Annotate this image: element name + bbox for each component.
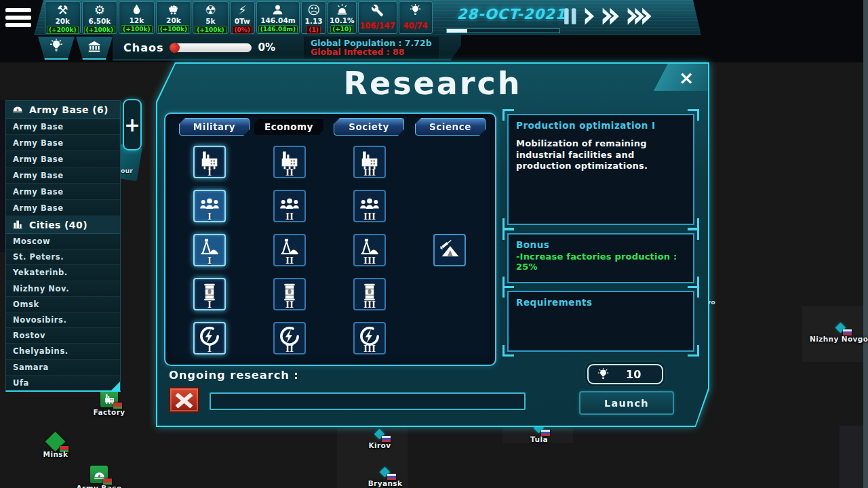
research-tree-panel: MilitaryEconomySocietyScienceIIIIIIIIIII… xyxy=(164,113,496,366)
resource-uranium-value: 5k xyxy=(205,17,215,25)
tools-icon: ⚒ xyxy=(57,3,68,17)
close-icon: × xyxy=(679,68,694,87)
city-icon xyxy=(11,218,24,232)
game-screen: voour FactoryArmy BaseMinskKirovTulaBrya… xyxy=(0,0,868,488)
tab-economy[interactable]: Economy xyxy=(254,118,324,136)
research-node-workers-3[interactable]: III xyxy=(353,190,386,222)
map-marker-label: Minsk xyxy=(43,450,68,458)
tab-society[interactable]: Society xyxy=(334,118,404,136)
research-node-mining-3[interactable]: III xyxy=(353,234,386,266)
resource-water-value: 12k xyxy=(130,16,144,24)
speed-fastest-button[interactable] xyxy=(627,7,653,26)
sidebar-item-moscow[interactable]: Moscow xyxy=(6,234,120,249)
speed-pause-button[interactable] xyxy=(563,7,578,26)
resource-unhappiness-delta: (1) xyxy=(307,26,321,34)
bases-cities-sidebar: Army Base (6)Army BaseArmy BaseArmy Base… xyxy=(5,100,121,392)
research-node-field-hospital[interactable] xyxy=(433,234,466,266)
research-node-level: II xyxy=(275,344,304,354)
dome-icon xyxy=(11,103,24,117)
tab-military[interactable]: Military xyxy=(179,118,250,136)
resource-tools: ⚒20k(+200k) xyxy=(45,1,81,34)
sidebar-group-cities: Cities (40)MoscowSt. Peters.Yekaterinb.N… xyxy=(6,216,120,391)
map-marker-label: Army Base xyxy=(77,484,122,488)
radiation-icon: ☢ xyxy=(205,3,216,17)
research-node-oil-3[interactable]: III xyxy=(353,278,386,310)
sidebar-item-army-base[interactable]: Army Base xyxy=(6,151,120,167)
research-cost-value: 10 xyxy=(626,368,641,381)
research-node-energy-2[interactable]: II xyxy=(273,322,306,354)
status-panel: Chaos 0% Global Population : 7.72b Globa… xyxy=(113,35,461,60)
bonus-title: Bonus xyxy=(516,239,686,250)
day-progress-fill xyxy=(447,29,467,33)
bonus-text: -Increase factories production : 25% xyxy=(516,251,686,272)
tab-science[interactable]: Science xyxy=(415,118,486,136)
menu-button[interactable] xyxy=(5,4,37,31)
resource-population: 146.04m(146.04m) xyxy=(256,1,300,34)
sidebar-item-samara[interactable]: Samara xyxy=(6,360,120,375)
research-node-oil-1[interactable]: I xyxy=(193,278,226,310)
sidebar-item-nizhny-nov-[interactable]: Nizhny Nov. xyxy=(6,281,120,297)
resource-coal: 20k(+100k) xyxy=(156,1,192,34)
sidebar-item-rostov[interactable]: Rostov xyxy=(6,328,120,344)
ongoing-research-bar xyxy=(210,392,526,410)
sidebar-item-omsk[interactable]: Omsk xyxy=(6,297,120,312)
sidebar-item-army-base[interactable]: Army Base xyxy=(6,184,120,200)
resource-unhappiness-value: 1.13 xyxy=(305,17,323,25)
resource-infection: 10.1%(+10) xyxy=(328,1,356,34)
research-node-factory-1[interactable]: I xyxy=(193,146,226,178)
resource-population-delta: (146.04m) xyxy=(258,25,298,33)
sidebar-item-ufa[interactable]: Ufa xyxy=(6,375,120,391)
research-title: Research xyxy=(156,65,709,102)
research-node-level: III xyxy=(355,256,384,266)
research-node-level: I xyxy=(195,300,224,310)
speed-fast-button[interactable] xyxy=(601,7,620,26)
cancel-research-button[interactable] xyxy=(169,387,199,413)
map-marker-label: Tula xyxy=(530,435,548,443)
research-node-workers-1[interactable]: I xyxy=(193,190,226,222)
research-node-factory-3[interactable]: III xyxy=(353,146,386,178)
sidebar-item-yekaterinb-[interactable]: Yekaterinb. xyxy=(6,265,120,281)
research-node-mining-1[interactable]: I xyxy=(193,234,226,266)
resource-uranium-delta: (+100k) xyxy=(195,26,226,34)
add-base-button[interactable]: + xyxy=(123,99,142,150)
gear-icon: ⚙ xyxy=(94,3,105,17)
sidebar-item-novosibirs-[interactable]: Novosibirs. xyxy=(6,312,120,328)
research-requirements-panel: Requirements xyxy=(507,291,694,352)
sidebar-header-cities[interactable]: Cities (40) xyxy=(6,216,120,234)
research-window: Research × MilitaryEconomySocietyScience… xyxy=(156,62,709,427)
capacity-engineers: 106/147 xyxy=(358,1,397,34)
population-icon xyxy=(271,3,284,16)
resource-coal-value: 20k xyxy=(166,16,181,24)
map-marker-label: Factory xyxy=(94,408,125,416)
research-node-factory-2[interactable]: II xyxy=(273,146,306,178)
requirements-title: Requirements xyxy=(516,297,686,308)
sidebar-header-army[interactable]: Army Base (6) xyxy=(6,101,120,119)
sidebar-resize-corner[interactable] xyxy=(111,382,120,390)
alert-icon xyxy=(336,3,349,16)
research-node-workers-2[interactable]: II xyxy=(273,190,306,222)
resource-unhappiness: ☹1.13(1) xyxy=(301,1,326,34)
launch-button[interactable]: Launch xyxy=(579,391,674,415)
sidebar-item-army-base[interactable]: Army Base xyxy=(6,167,120,184)
sidebar-item-chelyabins-[interactable]: Chelyabins. xyxy=(6,344,120,359)
minecart-icon xyxy=(167,3,180,16)
capacity-research: 40/74 xyxy=(399,1,433,34)
research-node-energy-1[interactable]: I xyxy=(193,322,226,354)
research-bonus-panel: Bonus -Increase factories production : 2… xyxy=(507,233,694,283)
sidebar-item-army-base[interactable]: Army Base xyxy=(6,200,120,216)
research-node-level: II xyxy=(275,300,304,310)
global-infected: Global Infected : 88 xyxy=(311,47,432,57)
sidebar-item-st-peters-[interactable]: St. Peters. xyxy=(6,249,120,265)
bank-icon xyxy=(87,39,102,56)
resource-infection-delta: (+10) xyxy=(330,25,353,33)
sidebar-item-army-base[interactable]: Army Base xyxy=(6,135,120,151)
research-node-oil-2[interactable]: II xyxy=(273,278,306,310)
sidebar-item-army-base[interactable]: Army Base xyxy=(6,119,120,135)
chaos-percent: 0% xyxy=(258,41,275,54)
resource-energy-value: 0Tw xyxy=(235,17,250,25)
research-node-energy-3[interactable]: III xyxy=(353,322,386,354)
research-node-level: III xyxy=(355,211,384,222)
speed-normal-button[interactable] xyxy=(584,7,595,26)
sidebar-header-label: Army Base (6) xyxy=(29,104,108,115)
research-node-mining-2[interactable]: II xyxy=(273,234,306,266)
